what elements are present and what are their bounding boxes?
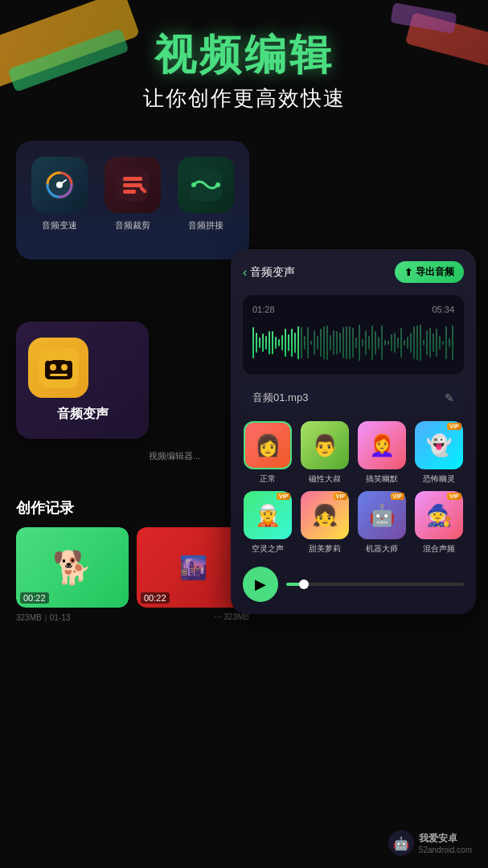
feature-item-cut[interactable]: 音频裁剪 bbox=[101, 157, 165, 231]
creation-info: 323MB｜01-13 ⋯ 323MB bbox=[16, 612, 249, 624]
speed-icon bbox=[31, 157, 88, 213]
svg-rect-16 bbox=[47, 356, 53, 361]
waveform-bar bbox=[326, 326, 328, 360]
panel-title: 音频变声 bbox=[250, 265, 295, 280]
creation-item-0[interactable]: 🐕 00:22 bbox=[16, 527, 129, 608]
time-labels: 01:28 05:34 bbox=[252, 305, 454, 314]
cut-icon bbox=[105, 157, 161, 213]
voice-effect-label-robot: 机器大师 bbox=[366, 543, 398, 555]
waveform-bar bbox=[256, 333, 257, 353]
waveform-bar bbox=[352, 328, 354, 358]
waveform-bar bbox=[269, 331, 270, 355]
svg-rect-5 bbox=[123, 183, 142, 187]
vip-badge-ethereal: VIP bbox=[277, 493, 290, 500]
voice-effect-label-sweet: 甜美萝莉 bbox=[309, 543, 341, 555]
waveform-bar bbox=[391, 334, 392, 350]
waveform-bar bbox=[285, 329, 286, 356]
export-button[interactable]: ⬆ 导出音频 bbox=[395, 261, 464, 283]
voice-effect-avatar-magnetic: 👨 bbox=[301, 421, 349, 469]
voice-effect-item-robot[interactable]: 🤖VIP机器大师 bbox=[357, 491, 408, 555]
waveform-bar bbox=[336, 331, 338, 355]
waveform-bar bbox=[294, 333, 296, 354]
voice-effect-label-ethereal: 空灵之声 bbox=[252, 543, 284, 555]
header: 视频编辑 让你创作更高效快速 bbox=[0, 0, 488, 129]
right-panel: ‹ 音频变声 ⬆ 导出音频 01:28 05:34 音频01.mp3 ✎ 👩正常… bbox=[231, 249, 476, 614]
voice-effect-avatar-robot: 🤖VIP bbox=[358, 491, 406, 539]
creation-grid: 🐕 00:22 🌆 00:22 bbox=[16, 527, 249, 608]
waveform-bar bbox=[433, 334, 434, 352]
waveform-bar bbox=[349, 326, 351, 358]
voice-effect-item-funny[interactable]: 👩‍🦰搞笑幽默 bbox=[357, 421, 408, 485]
voice-effect-item-normal[interactable]: 👩正常 bbox=[243, 421, 293, 485]
waveform-bar bbox=[272, 331, 273, 354]
voice-effect-label-mixed: 混合声频 bbox=[423, 543, 455, 555]
waveform-bar bbox=[371, 326, 373, 360]
svg-point-10 bbox=[215, 182, 220, 187]
time-end: 05:34 bbox=[432, 305, 454, 314]
file-name-text: 音频01.mp3 bbox=[252, 391, 308, 405]
svg-rect-17 bbox=[64, 356, 71, 361]
waveform-bar bbox=[323, 326, 325, 358]
feature-item-speed[interactable]: 音频变速 bbox=[28, 157, 92, 231]
waveform-bar bbox=[333, 330, 334, 355]
panel-header: ‹ 音频变声 ⬆ 导出音频 bbox=[243, 261, 464, 283]
waveform-bar bbox=[278, 339, 280, 346]
voice-effect-avatar-mixed: 🧙VIP bbox=[415, 491, 463, 539]
file-edit-icon[interactable]: ✎ bbox=[445, 391, 454, 404]
svg-rect-4 bbox=[123, 177, 142, 181]
waveform-bar bbox=[400, 328, 402, 357]
play-controls: ▶ bbox=[243, 567, 464, 602]
voice-effect-item-mixed[interactable]: 🧙VIP混合声频 bbox=[413, 491, 464, 555]
svg-rect-6 bbox=[123, 190, 136, 194]
svg-point-9 bbox=[191, 182, 196, 187]
waveform-bar bbox=[339, 333, 341, 353]
waveform-bar bbox=[368, 336, 370, 349]
file-name-bar: 音频01.mp3 ✎ bbox=[243, 384, 464, 411]
voice-effect-item-ethereal[interactable]: 🧝VIP空灵之声 bbox=[243, 491, 293, 555]
voice-effect-label-normal: 正常 bbox=[260, 473, 276, 485]
play-button[interactable]: ▶ bbox=[243, 567, 278, 602]
waveform-bar bbox=[330, 335, 331, 350]
waveform-bar bbox=[259, 338, 260, 348]
creation-info-0: 323MB｜01-13 bbox=[16, 612, 70, 624]
time-start: 01:28 bbox=[252, 305, 275, 314]
progress-dot bbox=[299, 579, 309, 589]
watermark-sub: 52android.com bbox=[419, 845, 472, 854]
waveform-bar bbox=[394, 333, 396, 354]
progress-bar[interactable] bbox=[286, 583, 464, 586]
voice-effect-avatar-sweet: 👧VIP bbox=[301, 491, 349, 539]
waveform-container: 01:28 05:34 bbox=[243, 295, 464, 375]
main-subtitle: 让你创作更高效快速 bbox=[0, 84, 488, 113]
waveform-bar bbox=[445, 326, 447, 360]
voice-effect-label-funny: 搞笑幽默 bbox=[366, 473, 398, 485]
voice-effect-item-magnetic[interactable]: 👨磁性大叔 bbox=[300, 421, 351, 485]
waveform-bar bbox=[442, 341, 444, 346]
voice-effect-item-sweet[interactable]: 👧VIP甜美萝莉 bbox=[300, 491, 351, 555]
panel-back[interactable]: ‹ 音频变声 bbox=[243, 265, 295, 280]
waveform-bar bbox=[265, 336, 267, 350]
voice-effect-avatar-ethereal: 🧝VIP bbox=[244, 491, 292, 539]
cut-label: 音频裁剪 bbox=[115, 219, 150, 231]
waveform-bar bbox=[416, 326, 418, 361]
waveform-bar bbox=[449, 338, 450, 347]
voice-effect-item-horror[interactable]: 👻VIP恐怖幽灵 bbox=[413, 421, 464, 485]
waveform-bar bbox=[426, 330, 428, 354]
feature-item-merge[interactable]: 音频拼接 bbox=[174, 157, 237, 231]
waveform-bar bbox=[281, 335, 283, 350]
waveform-bar bbox=[407, 337, 408, 348]
creation-section: 创作记录 🐕 00:22 🌆 00:22 323MB｜01-13 ⋯ 323MB bbox=[16, 498, 249, 624]
waveform-bar bbox=[413, 326, 415, 359]
waveform[interactable] bbox=[252, 321, 454, 365]
waveform-bar bbox=[314, 330, 315, 355]
vip-badge-robot: VIP bbox=[391, 493, 404, 500]
waveform-bar bbox=[397, 338, 399, 348]
vip-badge-sweet: VIP bbox=[334, 493, 347, 500]
waveform-bar bbox=[346, 326, 347, 360]
watermark-main: 我爱安卓 bbox=[419, 832, 472, 845]
svg-rect-15 bbox=[50, 374, 68, 376]
waveform-bar bbox=[252, 327, 254, 358]
waveform-bar bbox=[288, 334, 289, 350]
voice-card[interactable]: 音频变声 bbox=[16, 321, 149, 439]
back-arrow-icon: ‹ bbox=[243, 265, 247, 280]
voice-effect-label-magnetic: 磁性大叔 bbox=[309, 473, 341, 485]
